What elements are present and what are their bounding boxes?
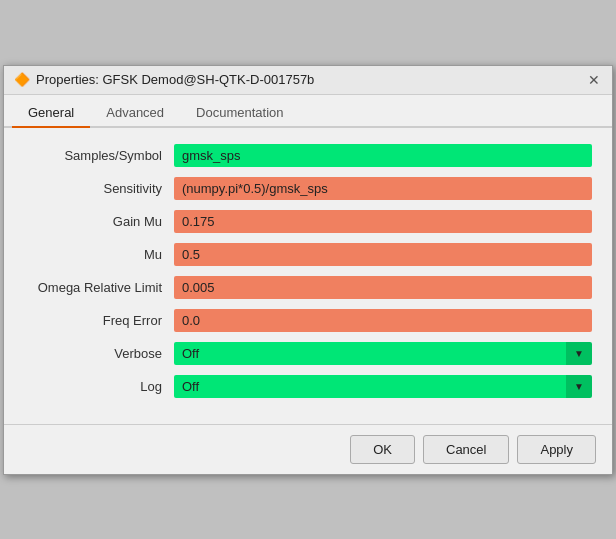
form-content: Samples/Symbol Sensitivity Gain Mu Mu Om…: [4, 128, 612, 424]
tab-advanced[interactable]: Advanced: [90, 99, 180, 128]
title-bar: 🔶 Properties: GFSK Demod@SH-QTK-D-001757…: [4, 66, 612, 95]
properties-window: 🔶 Properties: GFSK Demod@SH-QTK-D-001757…: [3, 65, 613, 475]
label-verbose: Verbose: [24, 346, 174, 361]
select-log-arrow[interactable]: ▼: [566, 375, 592, 398]
label-sensitivity: Sensitivity: [24, 181, 174, 196]
window-icon: 🔶: [14, 72, 30, 88]
select-wrapper-verbose: Off On ▼: [174, 342, 592, 365]
input-gain-mu[interactable]: [174, 210, 592, 233]
ok-button[interactable]: OK: [350, 435, 415, 464]
input-freq-error[interactable]: [174, 309, 592, 332]
window-title: Properties: GFSK Demod@SH-QTK-D-001757b: [36, 72, 314, 87]
label-freq-error: Freq Error: [24, 313, 174, 328]
row-log: Log Off On ▼: [24, 375, 592, 398]
label-gain-mu: Gain Mu: [24, 214, 174, 229]
select-verbose[interactable]: Off On: [174, 342, 566, 365]
label-log: Log: [24, 379, 174, 394]
cancel-button[interactable]: Cancel: [423, 435, 509, 464]
label-mu: Mu: [24, 247, 174, 262]
close-button[interactable]: ✕: [586, 72, 602, 88]
label-omega-relative-limit: Omega Relative Limit: [24, 280, 174, 295]
tab-general[interactable]: General: [12, 99, 90, 128]
tab-documentation[interactable]: Documentation: [180, 99, 299, 128]
row-gain-mu: Gain Mu: [24, 210, 592, 233]
input-mu[interactable]: [174, 243, 592, 266]
tab-bar: General Advanced Documentation: [4, 95, 612, 128]
input-samples-symbol[interactable]: [174, 144, 592, 167]
row-freq-error: Freq Error: [24, 309, 592, 332]
label-samples-symbol: Samples/Symbol: [24, 148, 174, 163]
row-sensitivity: Sensitivity: [24, 177, 592, 200]
row-omega-relative-limit: Omega Relative Limit: [24, 276, 592, 299]
row-verbose: Verbose Off On ▼: [24, 342, 592, 365]
footer: OK Cancel Apply: [4, 424, 612, 474]
input-omega-relative-limit[interactable]: [174, 276, 592, 299]
row-mu: Mu: [24, 243, 592, 266]
input-sensitivity[interactable]: [174, 177, 592, 200]
row-samples-symbol: Samples/Symbol: [24, 144, 592, 167]
select-verbose-arrow[interactable]: ▼: [566, 342, 592, 365]
select-wrapper-log: Off On ▼: [174, 375, 592, 398]
select-log[interactable]: Off On: [174, 375, 566, 398]
apply-button[interactable]: Apply: [517, 435, 596, 464]
